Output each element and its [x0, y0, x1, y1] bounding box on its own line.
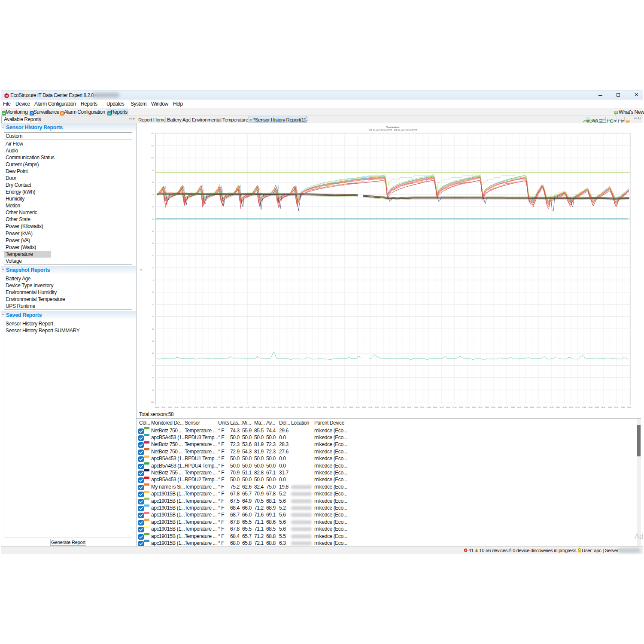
svg-text:10:00: 10:00 — [161, 407, 165, 408]
svg-text:05:00: 05:00 — [530, 407, 534, 408]
svg-text:06:20: 06:20 — [556, 407, 560, 408]
svg-text:11:00: 11:00 — [181, 407, 185, 408]
svg-text:18:40: 18:40 — [330, 407, 334, 408]
svg-text:10: 10 — [152, 267, 154, 269]
svg-text:13:00: 13:00 — [220, 407, 224, 408]
svg-text:04:00: 04:00 — [511, 407, 515, 408]
svg-text:16:00: 16:00 — [278, 407, 282, 408]
svg-text:Temperature: Temperature — [386, 126, 400, 128]
svg-text:03:20: 03:20 — [498, 407, 502, 408]
svg-text:10:20: 10:20 — [168, 407, 172, 408]
svg-text:18:00: 18:00 — [317, 407, 321, 408]
svg-text:21:40: 21:40 — [388, 407, 392, 408]
svg-text:06:40: 06:40 — [562, 407, 566, 408]
svg-text:18:20: 18:20 — [323, 407, 327, 408]
svg-text:11:20: 11:20 — [187, 407, 191, 408]
svg-text:13:40: 13:40 — [233, 407, 237, 408]
svg-text:05:20: 05:20 — [537, 407, 541, 408]
svg-text:-40: -40 — [152, 328, 154, 330]
svg-text:08:20: 08:20 — [595, 407, 599, 408]
svg-text:-70: -70 — [152, 365, 154, 367]
svg-text:03:40: 03:40 — [504, 407, 508, 408]
svg-text:19:40: 19:40 — [349, 407, 353, 408]
svg-text:07:20: 07:20 — [576, 407, 580, 408]
svg-text:19:20: 19:20 — [343, 407, 346, 408]
svg-text:14:00: 14:00 — [239, 407, 243, 408]
svg-text:70: 70 — [152, 194, 154, 196]
svg-text:00:20: 00:20 — [440, 407, 444, 408]
svg-text:90: 90 — [152, 170, 154, 171]
svg-text:10:00: 10:00 — [627, 407, 631, 408]
svg-text:20:20: 20:20 — [362, 407, 366, 408]
svg-text:12:40: 12:40 — [213, 407, 217, 408]
svg-text:110: 110 — [151, 145, 154, 147]
svg-text:19:00: 19:00 — [336, 407, 340, 408]
svg-text:01:40: 01:40 — [465, 407, 469, 408]
svg-text:-60: -60 — [152, 352, 154, 354]
svg-text:12:20: 12:20 — [207, 407, 211, 408]
svg-text:20:40: 20:40 — [368, 407, 372, 408]
svg-text:03:00: 03:00 — [492, 407, 495, 408]
svg-text:13:20: 13:20 — [226, 407, 230, 408]
svg-text:50: 50 — [152, 219, 154, 220]
svg-text:09:40: 09:40 — [155, 407, 159, 408]
svg-text:-30: -30 — [152, 316, 154, 318]
svg-text:17:40: 17:40 — [310, 407, 314, 408]
svg-text:05:40: 05:40 — [543, 407, 547, 408]
svg-text:02:00: 02:00 — [472, 407, 476, 408]
svg-text:80: 80 — [152, 182, 154, 183]
svg-text:0: 0 — [153, 279, 154, 281]
svg-text:22:20: 22:20 — [401, 407, 405, 408]
svg-text:16:20: 16:20 — [284, 407, 288, 408]
svg-text:15:20: 15:20 — [265, 407, 269, 408]
svg-text:-100: -100 — [151, 401, 154, 403]
svg-text:11:40: 11:40 — [194, 407, 198, 408]
svg-text:22:00: 22:00 — [395, 407, 398, 408]
svg-text:04:20: 04:20 — [517, 407, 521, 408]
svg-text:23:20: 23:20 — [420, 407, 424, 408]
svg-text:00:00: 00:00 — [433, 407, 437, 408]
svg-text:-50: -50 — [152, 340, 154, 342]
svg-text:14:40: 14:40 — [252, 407, 256, 408]
svg-text:17:20: 17:20 — [304, 407, 308, 408]
svg-text:02:40: 02:40 — [485, 407, 489, 408]
svg-text:20:00: 20:00 — [355, 407, 359, 408]
svg-text:21:00: 21:00 — [375, 407, 379, 408]
svg-text:06:00: 06:00 — [550, 407, 553, 408]
svg-text:15:00: 15:00 — [258, 407, 262, 408]
svg-text:21:20: 21:20 — [382, 407, 386, 408]
svg-text:07:00: 07:00 — [569, 407, 573, 408]
svg-text:01:00: 01:00 — [453, 407, 456, 408]
svg-text:20: 20 — [152, 255, 154, 257]
svg-text:02:20: 02:20 — [479, 407, 483, 408]
svg-text:16:40: 16:40 — [291, 407, 295, 408]
svg-text:00:40: 00:40 — [446, 407, 450, 408]
svg-text:22:40: 22:40 — [407, 407, 411, 408]
svg-text:17:00: 17:00 — [298, 407, 301, 408]
svg-text:14:20: 14:20 — [246, 407, 249, 408]
svg-text:-10: -10 — [152, 292, 154, 293]
svg-text:-80: -80 — [152, 377, 154, 379]
svg-text:15:40: 15:40 — [271, 407, 275, 408]
svg-text:09:40: 09:40 — [621, 407, 625, 408]
svg-text:-90: -90 — [152, 389, 154, 391]
svg-text:100: 100 — [151, 157, 154, 159]
svg-text:09:00: 09:00 — [608, 407, 612, 408]
svg-text:30: 30 — [152, 243, 154, 244]
svg-text:23:40: 23:40 — [427, 407, 431, 408]
svg-text:-20: -20 — [152, 304, 154, 306]
svg-text:Sep 10, 2024 10:02:28 AM - Sep: Sep 10, 2024 10:02:28 AM - Sep 11, 2024 … — [369, 129, 417, 131]
svg-text:07:40: 07:40 — [582, 407, 586, 408]
svg-text:60: 60 — [152, 206, 154, 208]
svg-text:23:00: 23:00 — [414, 407, 418, 408]
svg-text:08:00: 08:00 — [589, 407, 592, 408]
svg-text:40: 40 — [152, 231, 154, 232]
svg-text:°F: °F — [140, 269, 143, 271]
svg-text:09:20: 09:20 — [614, 407, 618, 408]
svg-text:04:40: 04:40 — [524, 407, 528, 408]
svg-text:10:40: 10:40 — [174, 407, 178, 408]
svg-text:08:40: 08:40 — [601, 407, 605, 408]
svg-text:120: 120 — [151, 133, 154, 134]
svg-text:01:20: 01:20 — [459, 407, 463, 408]
svg-text:12:00: 12:00 — [200, 407, 204, 408]
